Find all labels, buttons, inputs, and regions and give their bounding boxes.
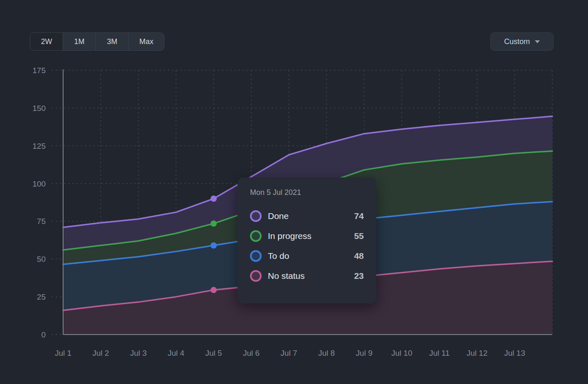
svg-text:Jul 7: Jul 7 <box>281 349 297 357</box>
tooltip-row-value: 48 <box>354 251 364 261</box>
svg-text:Jul 12: Jul 12 <box>466 349 488 357</box>
tooltip-row-done: Done 74 <box>250 206 364 226</box>
svg-text:Jul 2: Jul 2 <box>93 349 109 357</box>
tooltip-row-value: 74 <box>354 211 364 221</box>
svg-text:75: 75 <box>37 217 46 226</box>
svg-text:Jul 9: Jul 9 <box>356 349 372 357</box>
tooltip-row-label: To do <box>268 251 354 261</box>
in-progress-status-ring-icon <box>250 230 262 242</box>
svg-text:Jul 1: Jul 1 <box>55 349 71 357</box>
tooltip-row-label: No status <box>268 271 354 281</box>
svg-text:0: 0 <box>41 330 46 339</box>
svg-text:Jul 5: Jul 5 <box>205 349 222 357</box>
svg-text:100: 100 <box>32 180 46 188</box>
svg-text:125: 125 <box>32 142 46 150</box>
to-do-status-ring-icon <box>250 250 262 262</box>
svg-text:Jul 13: Jul 13 <box>504 349 525 357</box>
svg-text:50: 50 <box>37 255 46 263</box>
svg-text:175: 175 <box>32 66 46 75</box>
tooltip-row-label: In progress <box>268 231 354 241</box>
tooltip-row-value: 55 <box>354 231 364 241</box>
svg-text:150: 150 <box>32 104 46 113</box>
svg-text:Jul 11: Jul 11 <box>429 349 450 357</box>
tooltip-row-label: Done <box>268 211 354 221</box>
svg-text:Jul 6: Jul 6 <box>243 349 260 357</box>
svg-text:25: 25 <box>37 293 46 301</box>
svg-text:Jul 3: Jul 3 <box>130 349 147 357</box>
chart-tooltip: Mon 5 Jul 2021 Done 74 In progress 55 To… <box>238 177 376 303</box>
tooltip-row-value: 23 <box>354 271 364 281</box>
tooltip-row-to-do: To do 48 <box>250 246 364 266</box>
tooltip-row-no-status: No status 23 <box>250 266 364 286</box>
svg-text:Jul 10: Jul 10 <box>391 349 412 357</box>
no-status-ring-icon <box>250 270 262 282</box>
tooltip-row-in-progress: In progress 55 <box>250 226 364 246</box>
done-status-ring-icon <box>250 210 262 222</box>
svg-text:Jul 8: Jul 8 <box>318 349 335 357</box>
tooltip-date: Mon 5 Jul 2021 <box>250 188 364 197</box>
svg-text:Jul 4: Jul 4 <box>168 349 185 357</box>
